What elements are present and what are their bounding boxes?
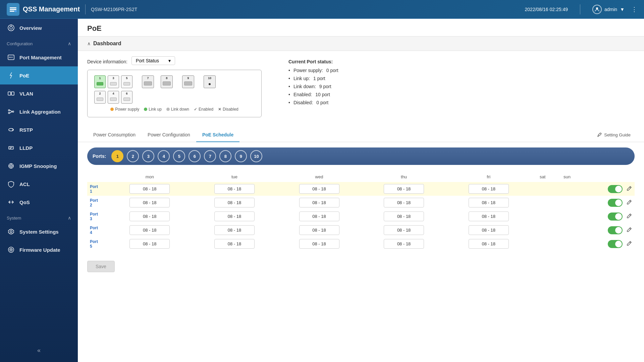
col-header-wed: wed: [277, 172, 362, 182]
edit-icon-port-2[interactable]: [627, 199, 632, 206]
system-chevron-icon[interactable]: ∧: [68, 215, 71, 221]
port-button-1[interactable]: 1: [111, 150, 123, 162]
edit-icon-port-4[interactable]: [627, 227, 632, 234]
port-label-5: Port5: [87, 237, 107, 251]
port-button-6[interactable]: 6: [189, 150, 201, 162]
time-input-port1-thu[interactable]: [384, 184, 424, 194]
time-input-port3-fri[interactable]: [469, 212, 509, 221]
schedule-cell-port3-sun: [554, 209, 580, 223]
sidebar-item-overview[interactable]: Overview: [0, 19, 78, 37]
tab-power-configuration[interactable]: Power Configuration: [142, 128, 196, 142]
sidebar-item-qos[interactable]: QoS: [0, 193, 78, 211]
overview-label: Overview: [19, 25, 42, 31]
port-button-5[interactable]: 5: [173, 150, 185, 162]
time-input-port4-mon[interactable]: [129, 225, 170, 235]
time-input-port2-fri[interactable]: [469, 198, 509, 207]
time-input-port2-tue[interactable]: [214, 198, 255, 207]
sidebar-item-link-aggregation[interactable]: Link Aggregation: [0, 103, 78, 121]
time-input-port1-tue[interactable]: [214, 184, 255, 194]
user-menu[interactable]: admin ▼: [592, 5, 625, 14]
device-info-select[interactable]: Port Status ▾: [131, 56, 175, 65]
time-input-port4-wed[interactable]: [299, 225, 339, 235]
port-10-icon[interactable]: 10: [204, 75, 216, 88]
schedule-row-4: Port4: [87, 223, 635, 237]
toggle-port-4[interactable]: [608, 226, 623, 234]
schedule-cell-port2-wed: [277, 196, 362, 209]
edit-icon-port-1[interactable]: [627, 186, 632, 192]
header-more-icon[interactable]: ⋮: [631, 6, 637, 13]
col-header-fri: fri: [446, 172, 531, 182]
port-3-icon[interactable]: 3: [108, 75, 119, 88]
edit-icon-port-5[interactable]: [627, 241, 632, 247]
sidebar-item-acl[interactable]: ACL: [0, 175, 78, 193]
toggle-port-5[interactable]: [608, 240, 623, 248]
sidebar-item-port-management[interactable]: Port Management: [0, 48, 78, 66]
sidebar-item-firmware-update[interactable]: Firmware Update: [0, 241, 78, 259]
time-input-port5-thu[interactable]: [384, 239, 424, 249]
legend-row: Power supply Link up Link down: [94, 107, 255, 112]
time-input-port5-tue[interactable]: [214, 239, 255, 249]
time-input-port2-mon[interactable]: [129, 198, 170, 207]
toggle-port-1[interactable]: [608, 185, 623, 193]
time-input-port2-thu[interactable]: [384, 198, 424, 207]
toggle-port-2[interactable]: [608, 199, 623, 207]
config-chevron-icon[interactable]: ∧: [68, 41, 71, 46]
time-input-port3-wed[interactable]: [299, 212, 339, 221]
port-5-icon[interactable]: 5: [121, 75, 132, 88]
time-input-port5-mon[interactable]: [129, 239, 170, 249]
sidebar-item-igmp-snooping[interactable]: IGMP Snooping: [0, 157, 78, 175]
port-button-3[interactable]: 3: [142, 150, 154, 162]
sidebar-item-system-settings[interactable]: System Settings: [0, 223, 78, 241]
user-dropdown-icon[interactable]: ▼: [620, 7, 625, 12]
time-input-port3-tue[interactable]: [214, 212, 255, 221]
port-button-9[interactable]: 9: [235, 150, 247, 162]
port-6-icon[interactable]: 6: [121, 91, 132, 104]
header-divider: [85, 4, 86, 14]
overview-icon: [7, 23, 15, 32]
svg-point-15: [8, 110, 10, 111]
sidebar-collapse-button[interactable]: «: [0, 342, 78, 359]
toggle-port-3[interactable]: [608, 213, 623, 221]
port-2-icon[interactable]: 2: [94, 91, 106, 104]
svg-rect-2: [10, 11, 14, 12]
port-button-8[interactable]: 8: [219, 150, 231, 162]
status-link-down: • Link down: 9 port: [288, 84, 635, 89]
time-input-port1-mon[interactable]: [129, 184, 170, 194]
time-input-port4-fri[interactable]: [469, 225, 509, 235]
time-input-port4-thu[interactable]: [384, 225, 424, 235]
time-input-port4-tue[interactable]: [214, 225, 255, 235]
port-button-7[interactable]: 7: [204, 150, 216, 162]
system-settings-label: System Settings: [19, 229, 59, 235]
sidebar-item-poe[interactable]: PoE: [0, 66, 78, 84]
port-button-4[interactable]: 4: [158, 150, 170, 162]
time-input-port5-wed[interactable]: [299, 239, 339, 249]
schedule-table-header: mon tue wed thu fri sat sun: [87, 172, 635, 182]
sidebar-item-rstp[interactable]: RSTP: [0, 121, 78, 139]
edit-icon-port-3[interactable]: [627, 213, 632, 220]
schedule-cell-port4-tue: [192, 223, 277, 237]
time-input-port3-thu[interactable]: [384, 212, 424, 221]
port-4-icon[interactable]: 4: [108, 91, 119, 104]
time-input-port3-mon[interactable]: [129, 212, 170, 221]
dashboard-collapse-header[interactable]: ∧ Dashboard: [78, 37, 644, 51]
schedule-cell-port5-fri: [446, 237, 531, 251]
tab-power-consumption[interactable]: Power Consumption: [87, 128, 142, 142]
port-8-icon[interactable]: 8: [161, 75, 173, 88]
time-input-port2-wed[interactable]: [299, 198, 339, 207]
sidebar-item-lldp[interactable]: LLDP: [0, 139, 78, 157]
time-input-port1-wed[interactable]: [299, 184, 339, 194]
save-button[interactable]: Save: [87, 261, 115, 272]
port-button-10[interactable]: 10: [250, 150, 262, 162]
time-input-port1-fri[interactable]: [469, 184, 509, 194]
tabs-row: Power Consumption Power Configuration Po…: [78, 128, 644, 142]
time-input-port5-fri[interactable]: [469, 239, 509, 249]
tab-poe-schedule[interactable]: PoE Schedule: [196, 128, 239, 142]
port-7-icon[interactable]: 7: [142, 75, 154, 88]
port-9-icon[interactable]: 9: [182, 75, 194, 88]
logo: QSS Management: [7, 3, 80, 16]
setting-guide-button[interactable]: Setting Guide: [593, 130, 635, 140]
port-button-2[interactable]: 2: [127, 150, 139, 162]
schedule-cell-port3-mon: [107, 209, 192, 223]
port-1-icon[interactable]: 1: [94, 75, 106, 88]
sidebar-item-vlan[interactable]: VLAN: [0, 84, 78, 103]
